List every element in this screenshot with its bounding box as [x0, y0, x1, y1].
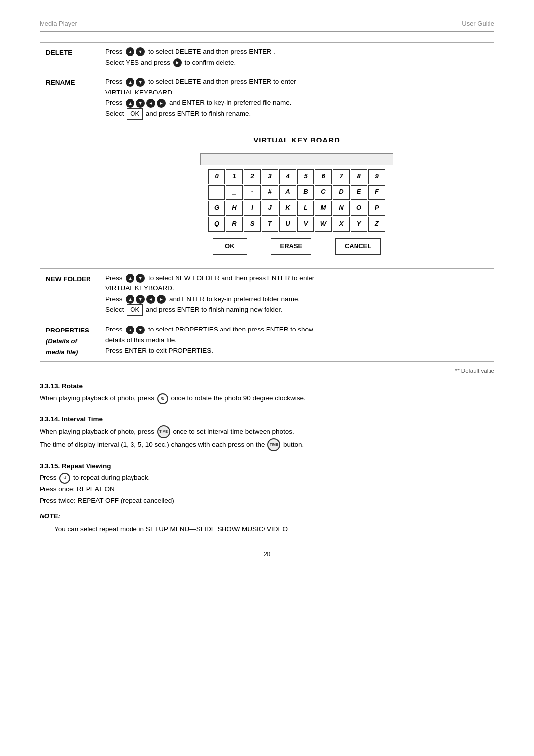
default-note: ** Default value: [40, 368, 494, 374]
key-7[interactable]: 7: [333, 169, 350, 184]
rename-line4: Select OK and press ENTER to finish rena…: [105, 108, 488, 120]
repeat-title: 3.3.15. Repeat Viewing: [40, 462, 494, 470]
vkb-cancel-button[interactable]: CANCEL: [335, 238, 381, 255]
vkb-row-0: 0 1 2 3 4 5 6 7 8 9: [200, 169, 393, 184]
key-1[interactable]: 1: [226, 169, 243, 184]
rename-content: Press ▲ ▼ to select DELETE and then pres…: [99, 72, 494, 268]
key-K[interactable]: K: [279, 201, 296, 216]
key-J[interactable]: J: [262, 201, 278, 216]
new-folder-4icons: ▲ ▼ ◄ ►: [125, 295, 166, 304]
rename-nav-icons: ▲ ▼: [125, 78, 145, 87]
key-underscore[interactable]: _: [226, 185, 243, 200]
key-U[interactable]: U: [279, 217, 296, 232]
key-2[interactable]: 2: [244, 169, 261, 184]
key-H[interactable]: H: [226, 201, 243, 216]
right-icon2: ►: [157, 295, 166, 304]
repeat-line2: Press once: REPEAT ON: [40, 484, 494, 495]
right-icon: ►: [157, 99, 166, 108]
virtual-keyboard: VIRTUAL KEY BOARD 0 1 2 3 4 5: [193, 129, 400, 260]
key-hash[interactable]: #: [262, 185, 278, 200]
down-icon: ▼: [136, 47, 145, 56]
properties-sublabel2: media file): [46, 348, 78, 356]
new-folder-label: NEW FOLDER: [40, 268, 99, 320]
new-folder-line1: Press ▲ ▼ to select NEW FOLDER and then …: [105, 273, 488, 284]
rename-line3: Press ▲ ▼ ◄ ► and ENTER to key-in prefer…: [105, 97, 488, 108]
vkb-row-1: _ - # A B C D E F: [200, 185, 393, 200]
key-4[interactable]: 4: [279, 169, 296, 184]
time-icon: TIME: [157, 425, 170, 438]
key-G[interactable]: G: [208, 201, 225, 216]
rotate-icon: ↻: [157, 393, 168, 404]
ok-box-folder: OK: [127, 304, 143, 316]
key-Y[interactable]: Y: [351, 217, 367, 232]
repeat-body: Press ↺ to repeat during playback. Press…: [40, 472, 494, 535]
up-icon6: ▲: [126, 326, 134, 334]
interval-body: When playing playback of photo, press TI…: [40, 425, 494, 451]
key-dash[interactable]: -: [244, 185, 261, 200]
key-6[interactable]: 6: [315, 169, 332, 184]
rename-line2: VIRTUAL KEYBOARD.: [105, 87, 488, 98]
key-E[interactable]: E: [351, 185, 367, 200]
key-T[interactable]: T: [262, 217, 278, 232]
key-W[interactable]: W: [315, 217, 332, 232]
header-right: User Guide: [462, 20, 494, 27]
up-icon: ▲: [126, 47, 134, 56]
up-icon4: ▲: [126, 274, 134, 283]
vkb-keys: 0 1 2 3 4 5 6 7 8 9: [193, 167, 400, 235]
down-icon4: ▼: [136, 274, 145, 283]
key-L[interactable]: L: [297, 201, 314, 216]
key-P[interactable]: P: [368, 201, 385, 216]
rename-4icons: ▲ ▼ ◄ ►: [125, 99, 166, 108]
table-row-new-folder: NEW FOLDER Press ▲ ▼ to select NEW FOLDE…: [40, 268, 494, 320]
properties-line2: details of this media file.: [105, 335, 488, 346]
new-folder-line3: Press ▲ ▼ ◄ ► and ENTER to key-in prefer…: [105, 294, 488, 305]
key-0[interactable]: 0: [208, 169, 225, 184]
key-9[interactable]: 9: [368, 169, 385, 184]
vkb-input-row: [193, 149, 400, 167]
key-Z[interactable]: Z: [368, 217, 385, 232]
vkb-actions: OK ERASE CANCEL: [193, 235, 400, 260]
down-icon3: ▼: [136, 99, 145, 108]
table-row-delete: DELETE Press ▲ ▼ to select DELETE and th…: [40, 43, 494, 72]
repeat-line1: Press ↺ to repeat during playback.: [40, 472, 494, 484]
key-R[interactable]: R: [226, 217, 243, 232]
rename-label: RENAME: [40, 72, 99, 268]
key-V[interactable]: V: [297, 217, 314, 232]
key-O[interactable]: O: [351, 201, 367, 216]
header-left: Media Player: [40, 20, 77, 27]
section-interval: 3.3.14. Interval Time When playing playb…: [40, 415, 494, 451]
key-A[interactable]: A: [279, 185, 296, 200]
key-8[interactable]: 8: [351, 169, 367, 184]
key-N[interactable]: N: [333, 201, 350, 216]
key-5[interactable]: 5: [297, 169, 314, 184]
vkb-input-box[interactable]: [200, 153, 393, 165]
delete-content: Press ▲ ▼ to select DELETE and then pres…: [99, 43, 494, 72]
key-3[interactable]: 3: [262, 169, 278, 184]
section-rotate: 3.3.13. Rotate When playing playback of …: [40, 382, 494, 404]
down-icon5: ▼: [136, 295, 145, 304]
up-icon3: ▲: [126, 99, 134, 108]
key-space[interactable]: [208, 185, 225, 200]
key-X[interactable]: X: [333, 217, 350, 232]
properties-content: Press ▲ ▼ to select PROPERTIES and then …: [99, 320, 494, 362]
key-B[interactable]: B: [297, 185, 314, 200]
interval-title: 3.3.14. Interval Time: [40, 415, 494, 423]
note-body: You can select repeat mode in SETUP MENU…: [40, 524, 494, 535]
key-M[interactable]: M: [315, 201, 332, 216]
down-icon2: ▼: [136, 78, 145, 87]
new-folder-nav-icons: ▲ ▼: [125, 274, 145, 283]
key-F[interactable]: F: [368, 185, 385, 200]
repeat-line3: Press twice: REPEAT OFF (repeat cancelle…: [40, 495, 494, 507]
vkb-row-2: G H I J K L M N O P: [200, 201, 393, 216]
vkb-ok-button[interactable]: OK: [213, 238, 247, 255]
key-Q[interactable]: Q: [208, 217, 225, 232]
left-icon2: ◄: [146, 295, 155, 304]
key-D[interactable]: D: [333, 185, 350, 200]
key-I[interactable]: I: [244, 201, 261, 216]
props-nav-icons: ▲ ▼: [125, 326, 145, 334]
key-C[interactable]: C: [315, 185, 332, 200]
confirm-arrow-icon: ►: [173, 58, 182, 67]
key-S[interactable]: S: [244, 217, 261, 232]
vkb-erase-button[interactable]: ERASE: [271, 238, 312, 255]
delete-nav-icons: ▲ ▼: [125, 47, 145, 56]
